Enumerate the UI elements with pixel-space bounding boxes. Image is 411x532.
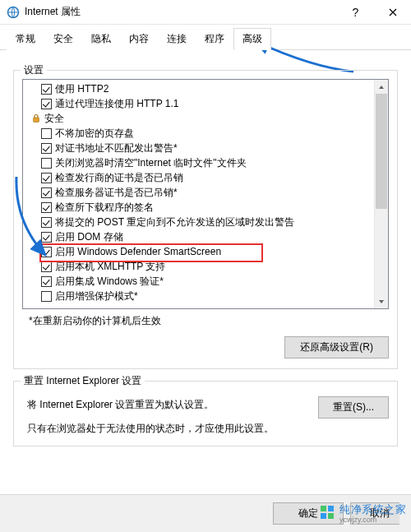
reset-description-1: 将 Internet Explorer 设置重置为默认设置。 [27, 398, 318, 412]
settings-group: 设置 使用 HTTP2通过代理连接使用 HTTP 1.1安全不将加密的页存盘对证… [13, 70, 398, 369]
tab-安全[interactable]: 安全 [44, 28, 82, 50]
tree-item-label: 检查发行商的证书是否已吊销 [55, 171, 183, 185]
tree-item[interactable]: 检查所下载程序的签名 [25, 200, 386, 215]
scroll-thumb[interactable] [376, 94, 387, 209]
scrollbar[interactable] [374, 80, 388, 308]
restart-note: *在重新启动你的计算机后生效 [29, 314, 389, 328]
reset-button[interactable]: 重置(S)... [318, 396, 389, 419]
tree-item-label: 启用集成 Windows 验证* [55, 275, 164, 289]
tree-item-label: 对证书地址不匹配发出警告* [55, 141, 178, 155]
tree-item[interactable]: 不将加密的页存盘 [25, 126, 386, 141]
settings-tree[interactable]: 使用 HTTP2通过代理连接使用 HTTP 1.1安全不将加密的页存盘对证书地址… [22, 79, 389, 309]
dialog-button-bar: 确定 取消 [0, 494, 411, 532]
checkbox[interactable] [41, 217, 52, 228]
checkbox[interactable] [41, 99, 52, 109]
checkbox[interactable] [41, 261, 52, 272]
cancel-button[interactable]: 取消 [350, 502, 399, 525]
tree-item[interactable]: 启用 DOM 存储 [25, 229, 386, 244]
internet-options-icon [7, 6, 20, 19]
tab-连接[interactable]: 连接 [158, 28, 196, 50]
tree-item-label: 不将加密的页存盘 [55, 127, 134, 141]
settings-group-label: 设置 [21, 63, 47, 77]
tree-item-label: 检查所下载程序的签名 [55, 201, 154, 215]
checkbox[interactable] [41, 247, 52, 257]
tab-strip: 常规安全隐私内容连接程序高级 [0, 25, 411, 50]
tree-item-label: 启用 Windows Defender SmartScreen [55, 245, 221, 259]
scroll-down-button[interactable] [375, 294, 388, 308]
checkbox[interactable] [41, 187, 52, 198]
tree-item-label: 通过代理连接使用 HTTP 1.1 [55, 97, 178, 111]
checkbox[interactable] [41, 128, 52, 139]
tree-item[interactable]: 通过代理连接使用 HTTP 1.1 [25, 96, 386, 111]
ok-button[interactable]: 确定 [273, 502, 344, 525]
tree-item-label: 检查服务器证书是否已吊销* [55, 186, 178, 200]
tree-item[interactable]: 将提交的 POST 重定向到不允许发送的区域时发出警告 [25, 215, 386, 229]
tree-item-label: 启用本机 XMLHTTP 支持 [55, 260, 165, 274]
tree-item-label: 启用增强保护模式* [55, 289, 138, 303]
checkbox[interactable] [41, 143, 52, 154]
tab-内容[interactable]: 内容 [120, 28, 158, 50]
reset-group: 重置 Internet Explorer 设置 将 Internet Explo… [13, 381, 398, 446]
tree-item[interactable]: 启用 Windows Defender SmartScreen [25, 244, 386, 259]
checkbox[interactable] [41, 232, 52, 243]
checkbox[interactable] [41, 276, 52, 287]
tree-item-label: 将提交的 POST 重定向到不允许发送的区域时发出警告 [55, 215, 294, 229]
tree-item[interactable]: 检查服务器证书是否已吊销* [25, 185, 386, 200]
tab-程序[interactable]: 程序 [196, 28, 233, 50]
tree-item-label: 安全 [44, 112, 64, 126]
tree-item[interactable]: 使用 HTTP2 [25, 81, 386, 96]
tree-item[interactable]: 关闭浏览器时清空"Internet 临时文件"文件夹 [25, 155, 386, 170]
tree-item[interactable]: 对证书地址不匹配发出警告* [25, 141, 386, 155]
tree-section: 安全 [25, 111, 386, 126]
tree-item-label: 启用 DOM 存储 [55, 230, 123, 244]
lock-icon [31, 113, 41, 123]
reset-group-label: 重置 Internet Explorer 设置 [21, 374, 145, 388]
tree-item[interactable]: 检查发行商的证书是否已吊销 [25, 170, 386, 185]
restore-defaults-button[interactable]: 还原高级设置(R) [284, 336, 389, 359]
checkbox[interactable] [41, 158, 52, 169]
scroll-up-button[interactable] [375, 80, 388, 94]
tree-item[interactable]: 启用增强保护模式* [25, 289, 386, 303]
checkbox[interactable] [41, 202, 52, 213]
tree-item-label: 关闭浏览器时清空"Internet 临时文件"文件夹 [55, 156, 247, 170]
tab-高级[interactable]: 高级 [233, 28, 271, 50]
svg-rect-1 [34, 118, 39, 123]
tab-常规[interactable]: 常规 [7, 28, 44, 50]
reset-description-2: 只有在浏览器处于无法使用的状态时，才应使用此设置。 [27, 422, 318, 436]
help-button[interactable]: ? [337, 0, 374, 25]
checkbox[interactable] [41, 84, 52, 95]
checkbox[interactable] [41, 173, 52, 183]
close-button[interactable] [374, 0, 411, 25]
tab-隐私[interactable]: 隐私 [82, 28, 120, 50]
tree-item[interactable]: 启用集成 Windows 验证* [25, 274, 386, 289]
tree-item[interactable]: 启用本机 XMLHTTP 支持 [25, 259, 386, 274]
window-title: Internet 属性 [25, 5, 337, 19]
tree-item-label: 使用 HTTP2 [55, 82, 109, 96]
checkbox[interactable] [41, 291, 52, 302]
